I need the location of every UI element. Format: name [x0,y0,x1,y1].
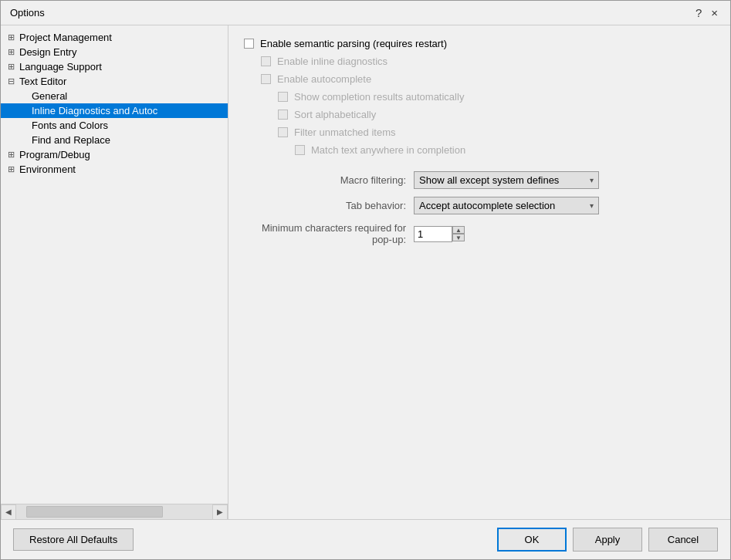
expander-environment: ⊞ [5,164,16,174]
title-bar-buttons: ? × [692,7,721,19]
dropdown-arrow-macro-filtering: ▾ [590,176,594,184]
horizontal-scrollbar-track[interactable] [16,504,212,519]
option-row-enable-autocomplete: Enable autocomplete [244,73,715,85]
scroll-right-button[interactable]: ▶ [212,504,228,520]
spinner-up-min-chars[interactable]: ▲ [452,226,465,234]
option-row-show-completion-auto: Show completion results automatically [244,91,715,103]
bottom-bar: Restore All Defaults OK Apply Cancel [1,519,730,559]
help-button[interactable]: ? [692,7,705,19]
dropdown-value-macro-filtering: Show all except system defines [419,174,559,186]
option-row-sort-alphabetically: Sort alphabetically [244,109,715,120]
sidebar-item-design-entry[interactable]: ⊞Design Entry [1,45,228,59]
label-enable-semantic: Enable semantic parsing (requires restar… [260,38,447,49]
sidebar: ⊞Project Management⊞Design Entry⊞Languag… [1,25,228,181]
expander-text-editor: ⊟ [5,76,16,86]
options-dialog: Options ? × ⊞Project Management⊞Design E… [0,0,731,560]
sidebar-label-inline-diagnostics: Inline Diagnostics and Autoc [32,105,157,116]
sidebar-label-language-support: Language Support [19,61,102,73]
option-row-match-text-anywhere: Match text anywhere in completion [244,144,715,156]
expander-design-entry: ⊞ [5,47,16,57]
checkbox-enable-inline-diag [261,56,271,66]
main-panel: Enable semantic parsing (requires restar… [228,25,730,519]
dropdown-tab-behavior[interactable]: Accept autocomplete selection▾ [414,197,599,214]
scroll-left-button[interactable]: ◀ [1,504,16,520]
checkbox-sort-alphabetically [278,110,288,120]
expander-project-management: ⊞ [5,32,16,42]
field-label-macro-filtering: Macro filtering: [244,174,414,186]
option-row-filter-unmatched: Filter unmatched items [244,127,715,138]
dialog-title: Options [10,7,45,19]
label-filter-unmatched: Filter unmatched items [294,127,396,138]
sidebar-label-environment: Environment [19,164,76,175]
dialog-buttons: OK Apply Cancel [497,528,718,552]
dropdown-arrow-tab-behavior: ▾ [590,201,594,210]
field-row-min-chars: Minimum characters required for pop-up:▲… [244,222,715,245]
field-row-tab-behavior: Tab behavior:Accept autocomplete selecti… [244,197,715,214]
sidebar-item-text-editor[interactable]: ⊟Text Editor [1,74,228,89]
dropdown-value-tab-behavior: Accept autocomplete selection [419,200,555,211]
sidebar-item-inline-diagnostics[interactable]: Inline Diagnostics and Autoc [1,103,228,118]
sidebar-scrollbar: ◀ ▶ [1,504,228,519]
sidebar-label-text-editor: Text Editor [19,76,66,87]
restore-defaults-button[interactable]: Restore All Defaults [13,528,134,551]
sidebar-label-design-entry: Design Entry [19,46,76,58]
cancel-button[interactable]: Cancel [648,528,718,552]
checkbox-enable-autocomplete [261,74,271,84]
ok-button[interactable]: OK [497,528,567,552]
sidebar-item-project-management[interactable]: ⊞Project Management [1,30,228,45]
spinner-input-min-chars[interactable] [414,226,452,242]
sidebar-label-find-replace: Find and Replace [32,134,110,146]
scrollbar-thumb [26,506,164,518]
field-label-tab-behavior: Tab behavior: [244,200,414,211]
sidebar-item-program-debug[interactable]: ⊞Program/Debug [1,147,228,162]
label-enable-autocomplete: Enable autocomplete [277,73,371,85]
apply-button[interactable]: Apply [573,528,642,552]
checkbox-enable-semantic[interactable] [244,39,254,49]
sidebar-item-find-replace[interactable]: Find and Replace [1,133,228,147]
sidebar-item-fonts-colors[interactable]: Fonts and Colors [1,118,228,133]
sidebar-label-program-debug: Program/Debug [19,149,90,160]
spinner-buttons-min-chars: ▲▼ [452,226,465,241]
sidebar-item-language-support[interactable]: ⊞Language Support [1,59,228,74]
sidebar-item-general[interactable]: General [1,89,228,103]
sidebar-label-project-management: Project Management [19,32,112,43]
field-label-min-chars: Minimum characters required for pop-up: [244,222,414,245]
field-row-macro-filtering: Macro filtering:Show all except system d… [244,171,715,189]
checkbox-match-text-anywhere [295,145,305,155]
label-match-text-anywhere: Match text anywhere in completion [311,144,465,156]
sidebar-label-fonts-colors: Fonts and Colors [32,120,108,131]
dropdown-macro-filtering[interactable]: Show all except system defines▾ [414,171,599,189]
expander-program-debug: ⊞ [5,150,16,160]
option-row-enable-inline-diag: Enable inline diagnostics [244,56,715,67]
close-button[interactable]: × [708,7,721,19]
expander-language-support: ⊞ [5,62,16,72]
checkbox-show-completion-auto [278,92,288,102]
label-enable-inline-diag: Enable inline diagnostics [277,56,387,67]
spinner-min-chars: ▲▼ [414,226,465,242]
sidebar-tree: ⊞Project Management⊞Design Entry⊞Languag… [1,25,228,504]
content-area: ⊞Project Management⊞Design Entry⊞Languag… [1,25,730,519]
sidebar-label-general: General [32,90,67,102]
sidebar-wrapper: ⊞Project Management⊞Design Entry⊞Languag… [1,25,228,519]
spinner-down-min-chars[interactable]: ▼ [452,234,465,241]
option-row-enable-semantic: Enable semantic parsing (requires restar… [244,38,715,49]
checkbox-filter-unmatched [278,127,288,137]
title-bar: Options ? × [1,1,730,25]
sidebar-item-environment[interactable]: ⊞Environment [1,162,228,177]
label-show-completion-auto: Show completion results automatically [294,91,464,103]
label-sort-alphabetically: Sort alphabetically [294,109,376,120]
